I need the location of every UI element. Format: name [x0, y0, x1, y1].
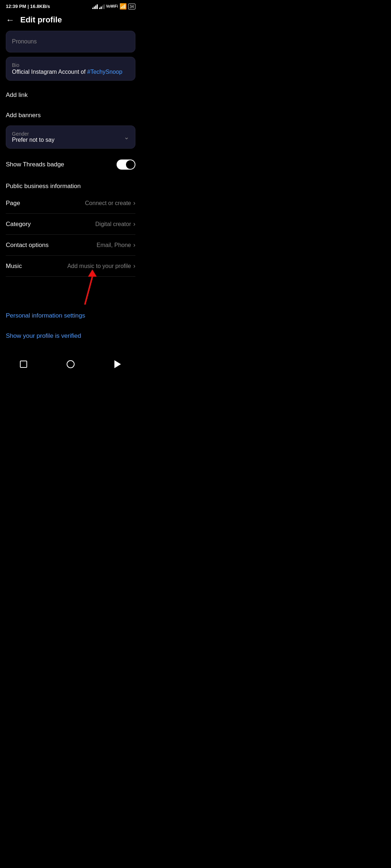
chevron-down-icon: ⌄	[124, 133, 129, 141]
signal-icon-2	[99, 4, 105, 9]
network-speed: 16.8KB/s	[30, 4, 50, 9]
battery-indicator: 34	[128, 4, 135, 9]
public-business-section-title: Public business information	[6, 176, 135, 193]
bio-text-prefix: Official Instagram Account of	[12, 69, 87, 75]
page-nav-row[interactable]: Page Connect or create ›	[6, 193, 135, 214]
arrow-head-icon	[88, 269, 97, 277]
pronouns-placeholder: Pronouns	[12, 38, 37, 44]
status-bar: 12:39 PM | 16.8KB/s VoWiFi 📶 34	[0, 0, 141, 11]
page-chevron-icon: ›	[133, 199, 135, 207]
contact-options-nav-row[interactable]: Contact options Email, Phone ›	[6, 235, 135, 256]
threads-badge-label: Show Threads badge	[6, 161, 64, 168]
vo-wifi-icon: VoWiFi	[106, 4, 118, 8]
category-chevron-icon: ›	[133, 220, 135, 228]
show-verified-link[interactable]: Show your profile is verified	[6, 326, 135, 346]
bio-hashtag: #TechySnoop	[87, 69, 122, 75]
threads-badge-row: Show Threads badge	[6, 153, 135, 176]
arrow-line	[84, 276, 93, 305]
status-icons: VoWiFi 📶 34	[92, 3, 135, 10]
gender-field[interactable]: Gender Prefer not to say ⌄	[6, 125, 135, 149]
bio-label: Bio	[12, 62, 129, 68]
category-label: Category	[6, 221, 31, 228]
add-link-button[interactable]: Add link	[6, 85, 135, 105]
square-icon	[20, 361, 27, 368]
category-nav-row[interactable]: Category Digital creator ›	[6, 214, 135, 235]
nav-home-button[interactable]	[66, 359, 76, 369]
category-value: Digital creator	[95, 221, 131, 227]
pronouns-field[interactable]: Pronouns	[6, 31, 135, 52]
status-time-network: 12:39 PM | 16.8KB/s	[6, 4, 50, 9]
nav-back-button[interactable]	[113, 359, 123, 369]
bio-field[interactable]: Bio Official Instagram Account of #Techy…	[6, 57, 135, 81]
contact-options-label: Contact options	[6, 242, 49, 249]
back-button[interactable]: ←	[6, 15, 14, 25]
nav-square-button[interactable]	[18, 359, 29, 369]
battery-level: 34	[130, 4, 134, 9]
circle-icon	[67, 360, 75, 368]
add-banners-button[interactable]: Add banners	[6, 105, 135, 125]
page-label: Page	[6, 200, 20, 207]
content-area: Pronouns Bio Official Instagram Account …	[0, 31, 141, 346]
bottom-nav-bar	[0, 353, 141, 376]
gender-label: Gender	[12, 131, 54, 137]
gender-value: Prefer not to say	[12, 137, 54, 143]
page-value: Connect or create	[85, 200, 131, 207]
triangle-icon	[114, 360, 121, 368]
music-value: Add music to your profile	[67, 263, 131, 269]
toggle-knob	[126, 160, 135, 169]
wifi-icon: 📶	[119, 3, 127, 10]
time: 12:39 PM	[6, 4, 26, 9]
page-title: Edit profile	[20, 15, 62, 25]
bio-value: Official Instagram Account of #TechySnoo…	[12, 69, 129, 75]
music-value-container: Add music to your profile ›	[67, 262, 135, 270]
personal-info-link[interactable]: Personal information settings	[6, 306, 135, 326]
contact-options-value: Email, Phone	[97, 242, 131, 248]
threads-badge-toggle[interactable]	[117, 159, 135, 170]
contact-chevron-icon: ›	[133, 241, 135, 249]
signal-icon	[92, 4, 98, 9]
page-header: ← Edit profile	[0, 11, 141, 31]
red-arrow-annotation	[6, 277, 135, 306]
music-nav-row[interactable]: Music Add music to your profile ›	[6, 256, 135, 277]
music-chevron-icon: ›	[133, 262, 135, 270]
music-label: Music	[6, 263, 22, 270]
